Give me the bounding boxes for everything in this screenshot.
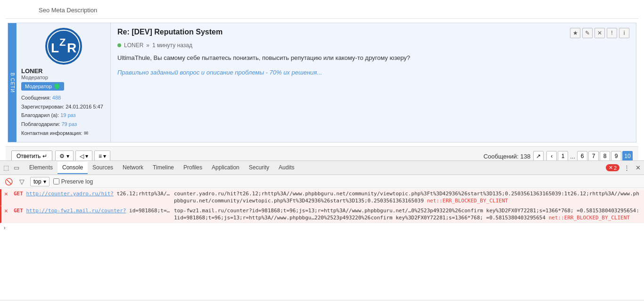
toolbar-buttons: ⚙ ▾ ◁ ▾ ≡ ▾ xyxy=(55,150,110,160)
user-stats: Сообщения: 488 Зарегистрирован: 24.01.20… xyxy=(21,93,103,137)
post-body: UltimaThule, Вы самому себе пытаетесь по… xyxy=(117,53,629,63)
page-6-button[interactable]: 6 xyxy=(577,151,587,160)
external-link-button[interactable]: ↗ xyxy=(533,151,544,160)
tab-application[interactable]: Application xyxy=(207,162,244,174)
post-container: В СЕТИ L Z R LONER Модератор xyxy=(8,23,636,142)
devtools: ⬚ ▭ Elements Console Sources Network Tim… xyxy=(0,160,644,300)
tab-security[interactable]: Security xyxy=(244,162,274,174)
tab-profiles[interactable]: Profiles xyxy=(179,162,207,174)
pagination-area: Ответить ↵ ⚙ ▾ ◁ ▾ ≡ ▾ Сообщений: 138 ↗ … xyxy=(6,146,638,160)
sidebar-badge: В СЕТИ xyxy=(8,23,17,142)
devtools-right-icons: ✕ 2 ⋮ ✕ xyxy=(606,164,642,172)
reply-button[interactable]: Ответить ↵ xyxy=(11,150,52,160)
page-10-button[interactable]: 10 xyxy=(622,151,633,160)
main-content: Seo Meta Description В СЕТИ L Z R xyxy=(0,0,644,160)
seo-meta: Seo Meta Description xyxy=(6,4,638,19)
post-author: LONER xyxy=(124,42,143,49)
tab-elements[interactable]: Elements xyxy=(25,162,58,174)
user-panel: L Z R LONER Модератор Модератор xyxy=(17,23,111,142)
inspect-icon[interactable]: ⬚ xyxy=(2,164,10,172)
console-entry-content: GET http://top-fwz1.mail.ru/counter? id=… xyxy=(14,207,641,222)
filter-icon[interactable]: ▽ xyxy=(17,177,26,186)
user-role: Модератор xyxy=(21,75,48,80)
avatar-container: L Z R xyxy=(21,28,106,65)
svg-text:R: R xyxy=(67,41,76,55)
align-button[interactable]: ≡ ▾ xyxy=(94,150,110,160)
console-entry: ✕ GET http://counter.yadro.ru/hit? t26.1… xyxy=(0,189,644,206)
filter-dropdown[interactable]: top ▾ xyxy=(30,177,50,186)
avatar: L Z R xyxy=(45,28,82,65)
clear-console-icon[interactable]: 🚫 xyxy=(4,177,13,186)
nav-left-button[interactable]: ◁ ▾ xyxy=(75,150,92,160)
page-9-button[interactable]: 9 xyxy=(611,151,621,160)
error-count: ✕ 2 xyxy=(606,164,619,171)
shield-icon xyxy=(54,83,60,90)
console-entry: ✕ GET http://top-fwz1.mail.ru/counter? i… xyxy=(0,206,644,223)
console-entry-content: GET http://counter.yadro.ru/hit? t26.12;… xyxy=(14,190,641,205)
username: LONER xyxy=(21,67,43,75)
prompt-arrow: › xyxy=(3,225,6,231)
post-meta: LONER » 1 минуту назад xyxy=(117,42,629,49)
console-output: ✕ GET http://counter.yadro.ru/hit? t26.1… xyxy=(0,188,644,300)
close-button[interactable]: ✕ xyxy=(594,28,605,38)
preserve-log-checkbox[interactable] xyxy=(53,178,59,184)
edit-button[interactable]: ✎ xyxy=(582,28,593,38)
page-buttons: ‹ 1 ... 6 7 8 9 10 xyxy=(546,151,633,160)
online-dot xyxy=(117,43,121,47)
post-title: Re: [DEV] Reputation System xyxy=(117,28,223,36)
console-toolbar: 🚫 ▽ top ▾ Preserve log xyxy=(0,175,644,188)
post-content: Re: [DEV] Reputation System ★ ✎ ✕ ! i LO… xyxy=(111,23,636,142)
tab-sources[interactable]: Sources xyxy=(88,162,118,174)
tab-console[interactable]: Console xyxy=(58,162,88,174)
tab-timeline[interactable]: Timeline xyxy=(148,162,179,174)
error-icon: ✕ xyxy=(4,207,12,214)
info-button[interactable]: i xyxy=(619,28,629,38)
more-icon[interactable]: ⋮ xyxy=(622,164,631,172)
prev-page-button[interactable]: ‹ xyxy=(546,151,557,160)
post-actions: ★ ✎ ✕ ! i xyxy=(570,28,629,38)
preserve-log-label[interactable]: Preserve log xyxy=(53,178,93,185)
post-header: Re: [DEV] Reputation System ★ ✎ ✕ ! i xyxy=(117,28,629,38)
prompt-cursor[interactable] xyxy=(8,225,102,231)
tab-network[interactable]: Network xyxy=(118,162,148,174)
console-prompt: › xyxy=(0,223,644,233)
mobile-icon[interactable]: ▭ xyxy=(12,164,21,172)
svg-text:Z: Z xyxy=(59,36,66,48)
svg-text:L: L xyxy=(51,41,59,55)
page-1-button[interactable]: 1 xyxy=(558,151,568,160)
post-time: 1 минуту назад xyxy=(152,42,192,49)
flag-button[interactable]: ! xyxy=(607,28,617,38)
page-8-button[interactable]: 8 xyxy=(600,151,610,160)
error-icon: ✕ xyxy=(4,190,12,197)
devtools-tabs: ⬚ ▭ Elements Console Sources Network Tim… xyxy=(0,161,644,175)
star-button[interactable]: ★ xyxy=(570,28,580,38)
tools-button[interactable]: ⚙ ▾ xyxy=(55,150,73,160)
page-7-button[interactable]: 7 xyxy=(588,151,599,160)
moderator-badge: Модератор xyxy=(21,82,64,91)
devtools-left-icons: ⬚ ▭ xyxy=(2,164,21,172)
post-quote: Правильно заданный вопрос и описание про… xyxy=(117,69,629,76)
messages-count: Сообщений: 138 ↗ ‹ 1 ... 6 7 8 9 10 xyxy=(483,151,633,160)
close-devtools-icon[interactable]: ✕ xyxy=(634,164,642,172)
tab-audits[interactable]: Audits xyxy=(274,162,299,174)
